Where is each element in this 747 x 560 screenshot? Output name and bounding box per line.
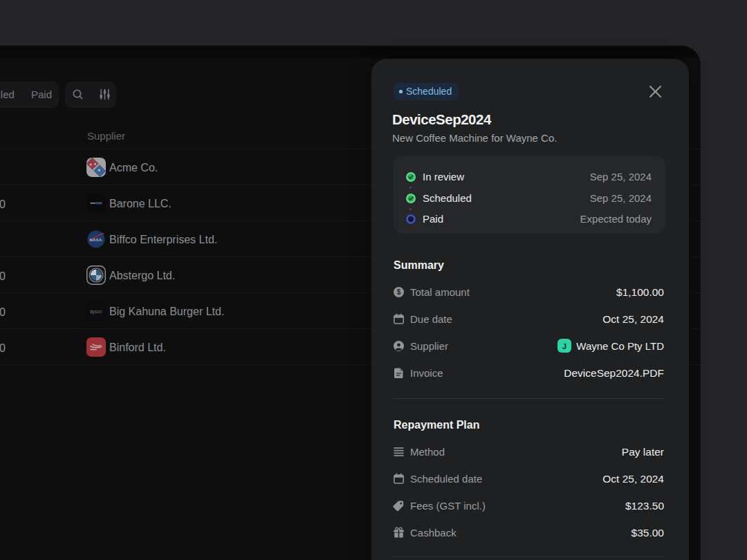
svg-text:$: $ xyxy=(397,288,401,296)
svg-text:NASA: NASA xyxy=(90,237,102,242)
svg-text:J: J xyxy=(562,342,566,351)
svg-text:dyson: dyson xyxy=(90,309,102,315)
